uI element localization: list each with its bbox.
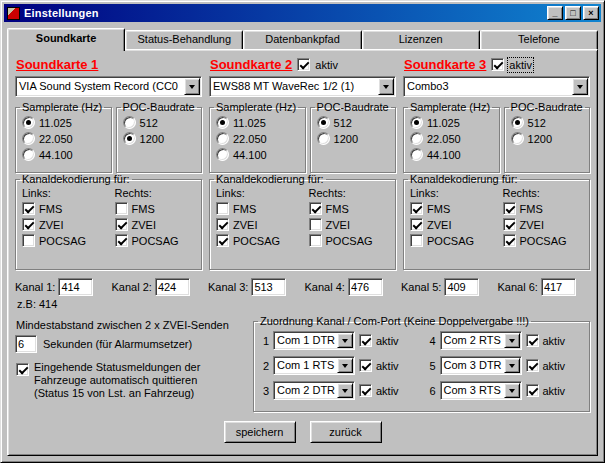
chevron-down-icon[interactable] bbox=[184, 78, 200, 95]
baudrate-option-512[interactable]: 512 bbox=[123, 116, 201, 129]
zuordnung-3-port-select[interactable]: Com 2 DTR bbox=[273, 381, 355, 400]
checkbox-icon[interactable] bbox=[22, 218, 35, 231]
links-zvei-option[interactable]: ZVEI bbox=[216, 218, 303, 231]
radio-icon[interactable] bbox=[410, 148, 423, 161]
kanal-4-input[interactable] bbox=[348, 278, 383, 296]
soundcard-3-aktiv-checkbox[interactable] bbox=[491, 58, 504, 71]
soundcard-1-device-select[interactable]: VIA Sound System Record (CC0 bbox=[15, 76, 202, 97]
radio-icon[interactable] bbox=[410, 116, 423, 129]
checkbox-icon[interactable] bbox=[115, 202, 128, 215]
rechts-fms-option[interactable]: FMS bbox=[115, 202, 202, 215]
zuordnung-3-aktiv-checkbox[interactable] bbox=[359, 384, 372, 397]
links-fms-option[interactable]: FMS bbox=[410, 202, 497, 215]
samplerate-option-22050[interactable]: 22.050 bbox=[410, 132, 499, 145]
checkbox-icon[interactable] bbox=[115, 218, 128, 231]
checkbox-icon[interactable] bbox=[309, 234, 322, 247]
checkbox-icon[interactable] bbox=[309, 218, 322, 231]
chevron-down-icon[interactable] bbox=[572, 78, 588, 95]
soundcard-3-device-select[interactable]: Combo3 bbox=[403, 76, 590, 97]
samplerate-option-44100[interactable]: 44.100 bbox=[410, 148, 499, 161]
samplerate-option-22050[interactable]: 22.050 bbox=[22, 132, 111, 145]
checkbox-icon[interactable] bbox=[216, 234, 229, 247]
samplerate-option-11025[interactable]: 11.025 bbox=[216, 116, 305, 129]
maximize-button[interactable]: □ bbox=[565, 6, 581, 20]
rechts-pocsag-option[interactable]: POCSAG bbox=[309, 234, 396, 247]
checkbox-icon[interactable] bbox=[410, 234, 423, 247]
checkbox-icon[interactable] bbox=[309, 202, 322, 215]
zuordnung-4-aktiv-checkbox[interactable] bbox=[526, 334, 539, 347]
checkbox-icon[interactable] bbox=[216, 218, 229, 231]
tab-status-behandlung[interactable]: Status-Behandlung bbox=[125, 30, 243, 49]
zuordnung-2-port-select[interactable]: Com 1 RTS bbox=[273, 356, 355, 375]
links-fms-option[interactable]: FMS bbox=[22, 202, 109, 215]
titlebar[interactable]: Einstellungen _ □ × bbox=[4, 4, 601, 22]
radio-icon[interactable] bbox=[216, 148, 229, 161]
baudrate-option-1200[interactable]: 1200 bbox=[511, 132, 589, 145]
samplerate-option-11025[interactable]: 11.025 bbox=[410, 116, 499, 129]
radio-icon[interactable] bbox=[22, 132, 35, 145]
checkbox-icon[interactable] bbox=[16, 363, 29, 376]
radio-icon[interactable] bbox=[216, 116, 229, 129]
save-button[interactable]: speichern bbox=[224, 421, 296, 443]
links-pocsag-option[interactable]: POCSAG bbox=[216, 234, 303, 247]
rechts-pocsag-option[interactable]: POCSAG bbox=[115, 234, 202, 247]
rechts-fms-option[interactable]: FMS bbox=[503, 202, 590, 215]
radio-icon[interactable] bbox=[317, 132, 330, 145]
back-button[interactable]: zurück bbox=[310, 421, 382, 443]
zuordnung-2-aktiv-checkbox[interactable] bbox=[359, 359, 372, 372]
chevron-down-icon[interactable] bbox=[504, 383, 520, 398]
quittieren-option[interactable]: Eingehende Statusmeldungen der Fahrzeuge… bbox=[16, 361, 253, 400]
radio-icon[interactable] bbox=[22, 148, 35, 161]
rechts-zvei-option[interactable]: ZVEI bbox=[115, 218, 202, 231]
checkbox-icon[interactable] bbox=[216, 202, 229, 215]
baudrate-option-1200[interactable]: 1200 bbox=[123, 132, 201, 145]
checkbox-icon[interactable] bbox=[503, 234, 516, 247]
zuordnung-1-port-select[interactable]: Com 1 DTR bbox=[273, 331, 355, 350]
radio-icon[interactable] bbox=[317, 116, 330, 129]
samplerate-option-22050[interactable]: 22.050 bbox=[216, 132, 305, 145]
kanal-6-input[interactable] bbox=[541, 278, 576, 296]
chevron-down-icon[interactable] bbox=[504, 333, 520, 348]
radio-icon[interactable] bbox=[511, 132, 524, 145]
kanal-5-input[interactable] bbox=[444, 278, 479, 296]
samplerate-option-11025[interactable]: 11.025 bbox=[22, 116, 111, 129]
radio-icon[interactable] bbox=[123, 116, 136, 129]
radio-icon[interactable] bbox=[22, 116, 35, 129]
checkbox-icon[interactable] bbox=[410, 218, 423, 231]
checkbox-icon[interactable] bbox=[503, 218, 516, 231]
baudrate-option-512[interactable]: 512 bbox=[317, 116, 395, 129]
tab-datenbankpfad[interactable]: Datenbankpfad bbox=[243, 30, 361, 49]
close-button[interactable]: × bbox=[583, 6, 599, 20]
rechts-pocsag-option[interactable]: POCSAG bbox=[503, 234, 590, 247]
samplerate-option-44100[interactable]: 44.100 bbox=[216, 148, 305, 161]
tab-lizenzen[interactable]: Lizenzen bbox=[362, 30, 480, 49]
zuordnung-1-aktiv-checkbox[interactable] bbox=[359, 334, 372, 347]
zuordnung-6-port-select[interactable]: Com 3 RTS bbox=[440, 381, 522, 400]
chevron-down-icon[interactable] bbox=[378, 78, 394, 95]
radio-icon[interactable] bbox=[123, 132, 136, 145]
baudrate-option-1200[interactable]: 1200 bbox=[317, 132, 395, 145]
checkbox-icon[interactable] bbox=[22, 202, 35, 215]
kanal-1-input[interactable] bbox=[58, 278, 93, 296]
zuordnung-4-port-select[interactable]: Com 2 RTS bbox=[440, 331, 522, 350]
zuordnung-5-aktiv-checkbox[interactable] bbox=[526, 359, 539, 372]
rechts-fms-option[interactable]: FMS bbox=[309, 202, 396, 215]
kanal-3-input[interactable] bbox=[251, 278, 286, 296]
minimize-button[interactable]: _ bbox=[547, 6, 563, 20]
checkbox-icon[interactable] bbox=[503, 202, 516, 215]
links-zvei-option[interactable]: ZVEI bbox=[410, 218, 497, 231]
kanal-2-input[interactable] bbox=[155, 278, 190, 296]
links-fms-option[interactable]: FMS bbox=[216, 202, 303, 215]
soundcard-2-aktiv-checkbox[interactable] bbox=[297, 58, 310, 71]
chevron-down-icon[interactable] bbox=[337, 383, 353, 398]
links-pocsag-option[interactable]: POCSAG bbox=[410, 234, 497, 247]
rechts-zvei-option[interactable]: ZVEI bbox=[503, 218, 590, 231]
chevron-down-icon[interactable] bbox=[337, 358, 353, 373]
radio-icon[interactable] bbox=[511, 116, 524, 129]
checkbox-icon[interactable] bbox=[22, 234, 35, 247]
tab-soundkarte[interactable]: Soundkarte bbox=[7, 28, 125, 51]
mindestabstand-input[interactable] bbox=[15, 335, 37, 353]
radio-icon[interactable] bbox=[216, 132, 229, 145]
checkbox-icon[interactable] bbox=[410, 202, 423, 215]
tab-telefone[interactable]: Telefone bbox=[480, 30, 598, 49]
